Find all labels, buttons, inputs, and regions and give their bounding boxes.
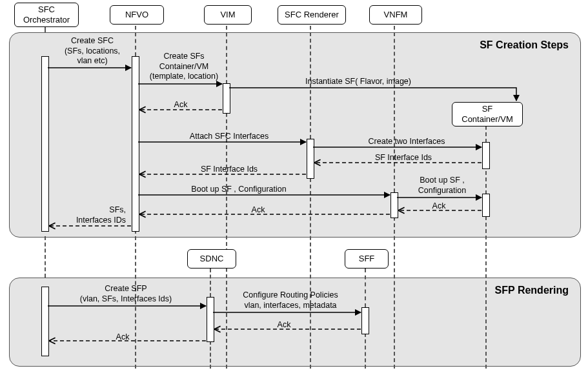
participant-sfc-renderer: SFC Renderer [278,5,346,25]
label: SFC Renderer [285,10,339,20]
participant-vnfm: VNFM [369,5,422,25]
panel-title-creation: SF Creation Steps [480,39,569,51]
msg-ack-3: Ack [245,205,271,216]
act-vnfm [390,192,398,218]
msg-ack-2: Ack [426,201,452,212]
act-nfvo [132,56,139,232]
act-sdnc [207,297,214,342]
act-sfc-orch-2 [41,287,49,356]
lifeline-vim-2 [226,113,227,369]
lifeline-sfc-orchestrator-2 [45,236,46,278]
label: NFVO [125,10,148,20]
msg-attach-if: Attach SFC Interfaces [177,132,281,142]
msg-sf-if-ids-ret2: SF Interface Ids [187,165,271,175]
msg-config-routing: Configure Routing Policies vlan, interfa… [223,290,358,310]
msg-sf-if-ids-ret1: SF Interface Ids [361,153,445,163]
lifeline-sff-2 [365,333,366,369]
act-sff [361,307,369,334]
lifeline-sfc-renderer-2 [310,178,311,369]
participant-nfvo: NFVO [110,5,164,25]
msg-sfs-ifids: SFs, Interfaces IDs [55,205,126,225]
lifeline-sdnc [210,269,211,297]
act-sf-2 [482,194,490,217]
msg-ack-5: Ack [110,332,136,343]
act-sfc-renderer [307,139,314,179]
participant-sff: SFF [345,249,389,269]
label: SFC Orchestrator [23,5,70,26]
lifeline-vnfm [394,26,395,192]
act-vim [223,83,230,114]
msg-create-sfc: Create SFC (SFs, locations, vlan etc) [57,36,128,66]
act-sfc-orch [41,56,49,232]
msg-create-sfs-container: Create SFs Container/VM (template, locat… [142,52,226,82]
msg-bootup: Boot up SF , Configuration [168,185,310,195]
msg-ack-1: Ack [165,100,197,110]
msg-instantiate-sf: Instantiate SF( Flavor, image) [284,77,432,87]
participant-sf-container: SF Container/VM [452,102,523,127]
lifeline-vnfm-2 [394,217,395,369]
lifeline-nfvo [135,26,136,56]
label: SFF [359,254,375,264]
label: SDNC [200,254,224,264]
participant-vim: VIM [204,5,252,25]
panel-title-rendering: SFP Rendering [495,285,569,296]
msg-create-sfp: Create SFP (vlan, SFs, Interfaces Ids) [61,284,190,304]
label: VIM [220,10,235,20]
lifeline-vim [226,26,227,84]
msg-bootup-2: Boot up SF , Configuration [407,176,478,196]
label: VNFM [384,10,408,20]
msg-ack-4: Ack [271,320,297,330]
participant-sdnc: SDNC [187,249,236,269]
lifeline-sdnc-2 [210,341,211,369]
participant-sfc-orchestrator: SFC Orchestrator [14,3,79,27]
msg-create-two-if: Create two Interfaces [352,137,461,147]
lifeline-sff [365,269,366,307]
label: SF Container/VM [461,104,512,125]
act-sf-1 [482,142,490,169]
